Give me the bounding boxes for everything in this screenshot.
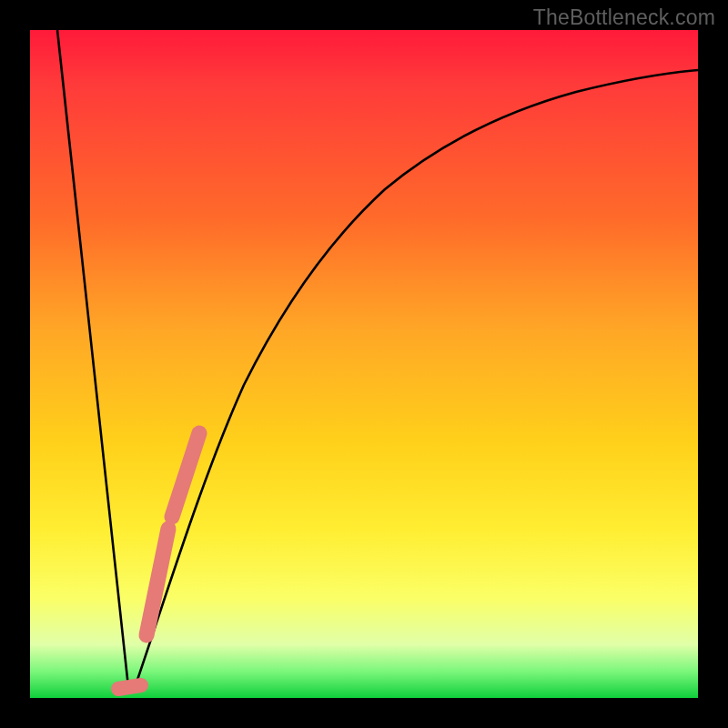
plot-area	[30, 30, 698, 698]
highlight-segment-upper	[172, 433, 199, 517]
chart-frame: TheBottleneck.com	[0, 0, 728, 728]
chart-svg	[30, 30, 698, 698]
highlight-segment-lower	[147, 529, 168, 635]
highlight-min	[118, 685, 141, 689]
watermark-text: TheBottleneck.com	[533, 5, 715, 30]
